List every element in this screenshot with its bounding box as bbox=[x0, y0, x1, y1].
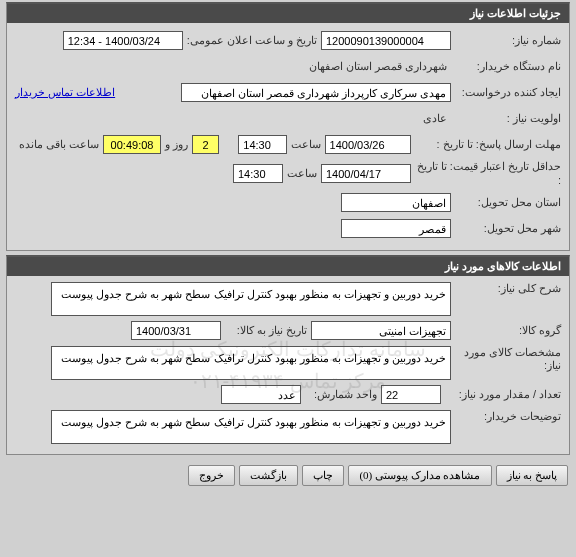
label-city: شهر محل تحویل: bbox=[451, 222, 561, 235]
panel2-body: سامانه تدارکات الکترونیکی دولت مرکز تماس… bbox=[7, 276, 569, 454]
buyer-org-value: شهرداری قمصر استان اصفهان bbox=[305, 58, 451, 75]
need-date-field[interactable]: 1400/03/31 bbox=[131, 321, 221, 340]
qty-field[interactable]: 22 bbox=[381, 385, 441, 404]
label-min-credit: حداقل تاریخ اعتبار قیمت: تا تاریخ : bbox=[411, 159, 561, 188]
panel2-title: اطلاعات کالاهای مورد نیاز bbox=[7, 257, 569, 276]
label-spec: مشخصات کالای مورد نیاز: bbox=[451, 346, 561, 372]
label-group: گروه کالا: bbox=[451, 324, 561, 337]
label-creator: ایجاد کننده درخواست: bbox=[451, 86, 561, 99]
label-deadline: مهلت ارسال پاسخ: تا تاریخ : bbox=[411, 138, 561, 151]
label-time1: ساعت bbox=[287, 138, 325, 151]
label-days: روز و bbox=[161, 138, 192, 151]
label-priority: اولویت نیاز : bbox=[451, 112, 561, 125]
label-general-desc: شرح کلی نیاز: bbox=[451, 282, 561, 295]
label-qty: تعداد / مقدار مورد نیاز: bbox=[441, 388, 561, 401]
deadline-time-field[interactable]: 14:30 bbox=[238, 135, 286, 154]
panel1-body: شماره نیاز: 1200090139000004 تاریخ و ساع… bbox=[7, 23, 569, 250]
attachments-button[interactable]: مشاهده مدارک پیوستی (0) bbox=[348, 465, 491, 486]
respond-button[interactable]: پاسخ به نیاز bbox=[496, 465, 569, 486]
back-button[interactable]: بازگشت bbox=[239, 465, 298, 486]
priority-value: عادی bbox=[419, 110, 451, 127]
creator-field[interactable]: مهدی سرکاری کارپرداز شهرداری قمصر استان … bbox=[181, 83, 451, 102]
city-field[interactable]: قمصر bbox=[341, 219, 451, 238]
announce-field[interactable]: 1400/03/24 - 12:34 bbox=[63, 31, 183, 50]
label-announce: تاریخ و ساعت اعلان عمومی: bbox=[183, 34, 321, 47]
label-province: استان محل تحویل: bbox=[451, 196, 561, 209]
label-unit: واحد شمارش: bbox=[301, 388, 381, 401]
label-time2: ساعت bbox=[283, 167, 321, 180]
label-need-date: تاریخ نیاز به کالا: bbox=[221, 324, 311, 337]
min-credit-time-field[interactable]: 14:30 bbox=[233, 164, 283, 183]
need-no-field[interactable]: 1200090139000004 bbox=[321, 31, 451, 50]
label-buyer-notes: توضیحات خریدار: bbox=[451, 410, 561, 423]
panel-need-details: جزئیات اطلاعات نیاز شماره نیاز: 12000901… bbox=[6, 2, 570, 251]
buyer-notes-field[interactable]: خرید دوربین و تجهیزات به منظور بهبود کنت… bbox=[51, 410, 451, 444]
group-field[interactable]: تجهیزات امنیتی bbox=[311, 321, 451, 340]
label-remaining: ساعت باقی مانده bbox=[15, 138, 103, 151]
general-desc-field[interactable]: خرید دوربین و تجهیزات به منظور بهبود کنت… bbox=[51, 282, 451, 316]
label-need-no: شماره نیاز: bbox=[451, 34, 561, 47]
deadline-date-field[interactable]: 1400/03/26 bbox=[325, 135, 411, 154]
spec-field[interactable]: خرید دوربین و تجهیزات به منظور بهبود کنت… bbox=[51, 346, 451, 380]
panel1-title: جزئیات اطلاعات نیاز bbox=[7, 4, 569, 23]
min-credit-date-field[interactable]: 1400/04/17 bbox=[321, 164, 411, 183]
days-remaining-field: 2 bbox=[192, 135, 219, 154]
print-button[interactable]: چاپ bbox=[302, 465, 344, 486]
province-field[interactable]: اصفهان bbox=[341, 193, 451, 212]
button-bar: پاسخ به نیاز مشاهده مدارک پیوستی (0) چاپ… bbox=[0, 459, 576, 492]
contact-buyer-link[interactable]: اطلاعات تماس خریدار bbox=[15, 86, 115, 99]
panel-goods-info: اطلاعات کالاهای مورد نیاز سامانه تدارکات… bbox=[6, 255, 570, 455]
time-remaining-field: 00:49:08 bbox=[103, 135, 161, 154]
label-buyer-org: نام دستگاه خریدار: bbox=[451, 60, 561, 73]
unit-field[interactable]: عدد bbox=[221, 385, 301, 404]
exit-button[interactable]: خروج bbox=[188, 465, 235, 486]
